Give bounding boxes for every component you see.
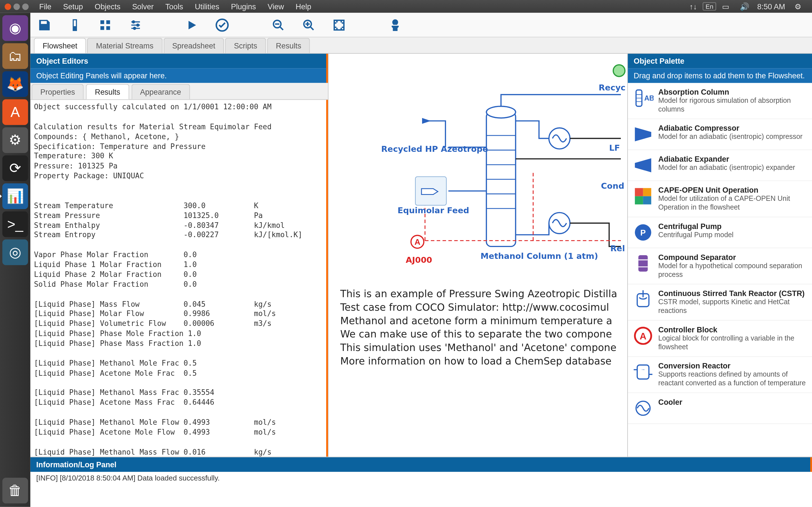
launcher-firefox-icon[interactable]: 🦊 bbox=[2, 71, 28, 97]
palette-item-compressor[interactable]: Adiabatic Compressor Model for an adiaba… bbox=[628, 119, 812, 150]
palette-item-controller[interactable]: A Controller Block Logical block for con… bbox=[628, 321, 812, 357]
log-panel-body[interactable]: [INFO] [8/10/2018 8:50:04 AM] Data loade… bbox=[31, 472, 812, 507]
tab-editor-results[interactable]: Results bbox=[86, 84, 129, 100]
play-icon[interactable] bbox=[184, 17, 200, 33]
menu-objects[interactable]: Objects bbox=[89, 2, 126, 11]
launcher-dwsim-icon[interactable]: 📊 bbox=[2, 183, 28, 209]
log-panel: Information/Log Panel [INFO] [8/10/2018 … bbox=[31, 457, 812, 507]
menu-tools[interactable]: Tools bbox=[160, 2, 189, 11]
trash-launcher-icon[interactable]: 🗑 bbox=[2, 478, 28, 503]
launcher-software-icon[interactable]: A bbox=[2, 99, 28, 125]
sliders-icon[interactable] bbox=[128, 17, 144, 33]
palette-list[interactable]: AB Absorption Column Model for rigorous … bbox=[628, 83, 812, 457]
top-menu-bar: File Setup Objects Solver Tools Utilitie… bbox=[0, 0, 812, 13]
volume-icon[interactable]: 🔊 bbox=[735, 2, 754, 11]
svg-line-17 bbox=[310, 26, 313, 30]
palette-item-cstr[interactable]: Continuous Stirred Tank Reactor (CSTR) C… bbox=[628, 284, 812, 321]
tab-flowsheet[interactable]: Flowsheet bbox=[34, 38, 86, 53]
launcher-updater-icon[interactable]: ⟳ bbox=[2, 156, 28, 181]
zoom-out-icon[interactable] bbox=[270, 17, 287, 33]
menu-solver[interactable]: Solver bbox=[126, 2, 160, 11]
svg-rect-41 bbox=[643, 188, 651, 196]
palette-item-desc: Model for an adiabatic (isentropic) comp… bbox=[658, 133, 808, 142]
launcher-files-icon[interactable]: 🗂 bbox=[2, 43, 28, 69]
cooler-icon bbox=[632, 398, 654, 419]
cstr-icon bbox=[632, 289, 654, 310]
language-indicator[interactable]: En bbox=[703, 2, 716, 10]
tab-scripts[interactable]: Scripts bbox=[225, 38, 266, 53]
results-text[interactable]: Object successfully calculated on 1/1/00… bbox=[31, 100, 328, 457]
save-icon[interactable] bbox=[36, 17, 53, 33]
controller-icon: A bbox=[632, 325, 654, 346]
svg-rect-1 bbox=[73, 26, 77, 30]
svg-text:P: P bbox=[640, 228, 646, 237]
palette-item-capeopen[interactable]: CAPE-OPEN Unit Operation Model for utili… bbox=[628, 181, 812, 217]
grid-icon[interactable] bbox=[97, 17, 113, 33]
menu-help[interactable]: Help bbox=[290, 2, 317, 11]
launcher-other-icon[interactable]: ◎ bbox=[2, 239, 28, 265]
window-maximize-button[interactable] bbox=[22, 3, 29, 10]
capeopen-icon bbox=[632, 186, 654, 207]
svg-rect-2 bbox=[100, 20, 104, 24]
menu-plugins[interactable]: Plugins bbox=[225, 2, 262, 11]
palette-item-title: Cooler bbox=[658, 398, 808, 406]
network-icon[interactable]: ↑↓ bbox=[684, 2, 703, 11]
pump-icon: P bbox=[632, 222, 654, 243]
palette-item-separator[interactable]: Compound Separator Model for a hypotheti… bbox=[628, 248, 812, 284]
adjust-badge[interactable]: A bbox=[410, 235, 424, 249]
menu-file[interactable]: File bbox=[33, 2, 57, 11]
palette-item-desc: Logical block for controlling a variable… bbox=[658, 334, 808, 351]
gear-icon[interactable]: ⚙ bbox=[789, 2, 807, 11]
svg-marker-31 bbox=[422, 118, 431, 124]
zoom-fit-icon[interactable] bbox=[331, 17, 347, 33]
battery-icon[interactable]: ▭ bbox=[716, 2, 735, 11]
separator-icon bbox=[632, 253, 654, 274]
tab-results[interactable]: Results bbox=[267, 38, 310, 53]
object-palette-header: Object Palette bbox=[628, 54, 812, 68]
check-circle-icon[interactable] bbox=[214, 17, 231, 33]
palette-item-expander[interactable]: Adiabatic Expander Model for an adiabati… bbox=[628, 150, 812, 181]
tab-spreadsheet[interactable]: Spreadsheet bbox=[163, 38, 224, 53]
palette-item-title: Adiabatic Compressor bbox=[658, 124, 808, 133]
flowsheet-canvas[interactable]: A Recycled HP Azeotrope Equimolar Feed M… bbox=[328, 54, 627, 457]
convreactor-icon: → bbox=[632, 361, 654, 383]
palette-item-desc: Supports reactions defined by amounts of… bbox=[658, 371, 808, 388]
absorption-icon: AB bbox=[632, 88, 654, 109]
window-close-button[interactable] bbox=[5, 3, 11, 10]
clock[interactable]: 8:50 AM bbox=[754, 2, 789, 11]
palette-item-cooler[interactable]: Cooler bbox=[628, 393, 812, 424]
tab-properties[interactable]: Properties bbox=[32, 84, 84, 100]
svg-point-11 bbox=[133, 27, 136, 29]
palette-item-absorption[interactable]: AB Absorption Column Model for rigorous … bbox=[628, 83, 812, 119]
recycle-badge[interactable] bbox=[613, 64, 626, 77]
palette-item-title: CAPE-OPEN Unit Operation bbox=[658, 186, 808, 194]
menu-setup[interactable]: Setup bbox=[57, 2, 89, 11]
inspector-icon[interactable] bbox=[387, 17, 403, 33]
svg-rect-4 bbox=[100, 26, 104, 30]
svg-point-22 bbox=[486, 106, 516, 118]
svg-rect-43 bbox=[643, 196, 651, 205]
zoom-in-icon[interactable] bbox=[301, 17, 317, 33]
app-window: Flowsheet Material Streams Spreadsheet S… bbox=[31, 13, 812, 507]
launcher-settings-icon[interactable]: ⚙ bbox=[2, 127, 28, 153]
component-icon[interactable] bbox=[66, 17, 83, 33]
palette-item-title: Continuous Stirred Tank Reactor (CSTR) bbox=[658, 289, 808, 298]
svg-marker-39 bbox=[635, 158, 651, 172]
svg-rect-5 bbox=[106, 26, 110, 30]
palette-item-title: Conversion Reactor bbox=[658, 361, 808, 370]
launcher-terminal-icon[interactable]: >_ bbox=[2, 212, 28, 237]
equimolar-feed-block[interactable] bbox=[415, 176, 447, 206]
menu-view[interactable]: View bbox=[262, 2, 290, 11]
expander-icon bbox=[632, 155, 654, 176]
log-panel-header: Information/Log Panel bbox=[31, 457, 812, 472]
palette-item-pump[interactable]: P Centrifugal Pump Centrifugal Pump mode… bbox=[628, 217, 812, 248]
svg-line-14 bbox=[280, 26, 283, 30]
palette-item-convreactor[interactable]: → Conversion Reactor Supports reactions … bbox=[628, 357, 812, 393]
window-minimize-button[interactable] bbox=[13, 3, 20, 10]
launcher-dash-icon[interactable]: ◉ bbox=[2, 15, 28, 41]
toolbar bbox=[31, 13, 812, 38]
tab-appearance[interactable]: Appearance bbox=[132, 84, 190, 100]
flowsheet-description: This is an example of Pressure Swing Aze… bbox=[340, 287, 627, 368]
tab-material-streams[interactable]: Material Streams bbox=[87, 38, 162, 53]
menu-utilities[interactable]: Utilities bbox=[189, 2, 225, 11]
